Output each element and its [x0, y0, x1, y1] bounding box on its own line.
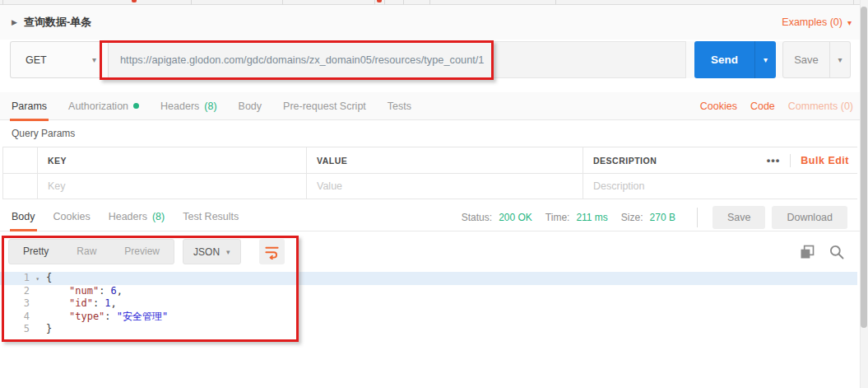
collapse-caret-icon[interactable]: ▶	[12, 18, 17, 26]
tab-prerequest-script[interactable]: Pre-request Script	[283, 92, 366, 120]
line-number: 3	[0, 297, 33, 311]
response-headers-count-badge: (8)	[152, 211, 165, 222]
tab-prerequest-label: Pre-request Script	[283, 101, 366, 112]
response-tab-body[interactable]: Body	[12, 203, 35, 231]
cookies-link[interactable]: Cookies	[700, 101, 737, 112]
tab-body-label: Body	[239, 101, 262, 112]
line-number: 1▾	[0, 272, 33, 285]
query-params-table: KEY VALUE DESCRIPTION ••• Bulk Edit	[2, 147, 857, 199]
time-label: Time:	[545, 212, 570, 223]
auth-set-dot-icon	[133, 103, 139, 109]
tab-body[interactable]: Body	[239, 92, 262, 120]
response-tab-cookies-label: Cookies	[53, 211, 91, 222]
save-request-button[interactable]: Save ▾	[782, 41, 851, 78]
http-method-value: GET	[26, 54, 47, 66]
search-icon[interactable]	[829, 244, 845, 260]
save-button-label[interactable]: Save	[783, 42, 829, 77]
tab-tests[interactable]: Tests	[388, 92, 411, 120]
response-tab-body-label: Body	[12, 211, 35, 222]
code-link[interactable]: Code	[750, 101, 775, 112]
code-line: 1▾ {	[0, 272, 857, 285]
column-header-description: DESCRIPTION	[593, 156, 657, 166]
copy-icon[interactable]	[799, 244, 815, 260]
params-menu-icon[interactable]: •••	[767, 154, 781, 166]
param-value-input[interactable]	[317, 180, 569, 192]
size-value: 270 B	[650, 212, 675, 223]
chevron-down-icon: ▾	[764, 55, 768, 64]
bulk-edit-link[interactable]: Bulk Edit	[801, 155, 849, 166]
status-label: Status:	[462, 212, 492, 223]
url-input[interactable]	[109, 41, 686, 78]
fold-caret-icon[interactable]: ▾	[35, 273, 39, 286]
tab-tests-label: Tests	[388, 101, 411, 112]
wrap-text-button[interactable]	[259, 239, 285, 264]
chevron-down-icon: ▾	[838, 55, 842, 64]
format-select[interactable]: JSON ▾	[183, 239, 241, 264]
save-response-button[interactable]: Save	[713, 206, 766, 229]
request-tabs: Params Authorization Headers (8) Body Pr…	[0, 92, 868, 120]
scrollbar-thumb[interactable]	[861, 7, 867, 328]
send-options-caret[interactable]: ▾	[754, 41, 776, 78]
response-tab-tests-label: Test Results	[183, 211, 239, 222]
tab-authorization[interactable]: Authorization	[68, 92, 139, 120]
headers-count-badge: (8)	[204, 101, 216, 112]
download-response-button[interactable]: Download	[772, 206, 847, 229]
query-params-header-row: KEY VALUE DESCRIPTION ••• Bulk Edit	[3, 147, 857, 174]
status-value: 200 OK	[499, 212, 532, 223]
query-params-title: Query Params	[12, 128, 75, 139]
line-number: 5	[0, 323, 33, 336]
response-body-toolbar: Pretty Raw Preview JSON ▾	[8, 239, 285, 264]
query-params-empty-row	[3, 174, 857, 199]
column-header-key: KEY	[38, 147, 307, 173]
examples-label: Examples (0)	[782, 16, 842, 28]
unsaved-dot-icon	[377, 0, 382, 2]
column-header-value: VALUE	[307, 147, 583, 173]
view-raw-button[interactable]: Raw	[63, 240, 110, 264]
send-button-label[interactable]: Send	[694, 41, 754, 78]
response-tab-cookies[interactable]: Cookies	[53, 203, 91, 231]
divider	[697, 208, 698, 227]
line-number: 4	[0, 311, 33, 324]
tab-headers-label: Headers	[160, 101, 199, 112]
row-handle-column	[3, 147, 38, 173]
code-line: 3 "id": 1,	[0, 297, 857, 311]
tab-headers[interactable]: Headers (8)	[160, 92, 217, 120]
vertical-scrollbar[interactable]	[860, 0, 868, 388]
view-preview-button[interactable]: Preview	[110, 240, 174, 264]
comments-link[interactable]: Comments (0)	[788, 101, 853, 112]
code-line: 2 "num": 6,	[0, 285, 857, 298]
send-button[interactable]: Send ▾	[694, 41, 776, 78]
word-wrap-icon	[264, 244, 280, 259]
tab-params-label: Params	[12, 101, 47, 112]
divider	[790, 154, 791, 167]
response-view-switcher: Pretty Raw Preview	[8, 239, 174, 264]
save-options-caret[interactable]: ▾	[829, 42, 850, 77]
unsaved-dot-icon	[132, 0, 137, 2]
chevron-down-icon: ▾	[847, 18, 852, 27]
response-tab-headers[interactable]: Headers (8)	[109, 203, 165, 231]
response-body-editor[interactable]: 1▾ { 2 "num": 6, 3 "id": 1, 4 "type": "安…	[0, 272, 857, 336]
row-handle-cell	[3, 174, 38, 199]
response-tab-test-results[interactable]: Test Results	[183, 203, 239, 231]
page-title: 查询数据-单条	[24, 15, 91, 30]
code-line: 5 }	[0, 323, 857, 336]
tab-authorization-label: Authorization	[68, 101, 128, 112]
examples-dropdown[interactable]: Examples (0) ▾	[782, 16, 852, 28]
http-method-select[interactable]: GET ▾	[10, 41, 109, 78]
param-key-input[interactable]	[48, 180, 293, 192]
chevron-down-icon: ▾	[226, 248, 230, 256]
response-section-header: Body Cookies Headers (8) Test Results St…	[0, 203, 868, 231]
chevron-down-icon: ▾	[92, 55, 96, 64]
format-value: JSON	[193, 246, 220, 258]
request-bar: GET ▾ Send ▾ Save ▾	[10, 41, 851, 78]
time-value: 211 ms	[576, 212, 607, 223]
tab-params[interactable]: Params	[12, 92, 47, 120]
view-pretty-button[interactable]: Pretty	[9, 240, 63, 264]
size-label: Size:	[621, 212, 643, 223]
response-tools	[799, 244, 845, 260]
line-number: 2	[0, 285, 33, 298]
code-line: 4 "type": "安全管理"	[0, 311, 857, 324]
response-tab-headers-label: Headers	[109, 211, 147, 222]
request-titlebar: ▶ 查询数据-单条 Examples (0) ▾	[0, 5, 868, 40]
param-description-input[interactable]	[593, 180, 844, 192]
